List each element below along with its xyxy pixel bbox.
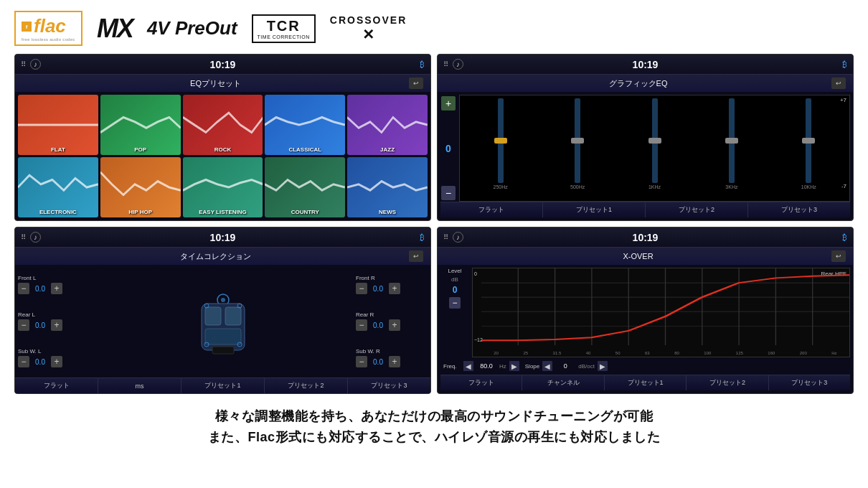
tc-flat[interactable]: フラット	[15, 378, 98, 393]
rock-label: ROCK	[214, 146, 232, 153]
sub-wr-minus[interactable]: −	[356, 356, 367, 367]
screens-area: ⠿ ♪ 10:19 ₿ EQプリセット ↩ FLAT POP	[0, 54, 868, 398]
eq-jazz-item[interactable]: JAZZ	[347, 95, 428, 155]
eq-plus-btn[interactable]: +	[441, 96, 456, 111]
tc-back-btn[interactable]: ↩	[409, 250, 423, 262]
eq-preset-screen: ⠿ ♪ 10:19 ₿ EQプリセット ↩ FLAT POP	[14, 54, 431, 221]
tc-content: Front L − 0.0 + Rear L − 0.0 +	[15, 265, 430, 393]
eq-freq-1k: 1KHz	[648, 184, 661, 189]
flac-subtext: free lossless audio codec	[22, 37, 75, 42]
hz-100: 100	[704, 351, 711, 355]
sub-wl-plus[interactable]: +	[51, 356, 62, 367]
tc-preset2[interactable]: プリセット2	[265, 378, 348, 393]
hz-31: 31.5	[553, 351, 562, 355]
eq-preset-topbar: ⠿ ♪ 10:19 ₿	[15, 55, 430, 75]
xover-preset2[interactable]: プリセット2	[687, 375, 768, 390]
rear-r-label: Rear R	[356, 311, 428, 318]
eq-bar-250hz[interactable]: 250Hz	[464, 98, 537, 189]
flat-label: FLAT	[51, 146, 65, 153]
slope-prev-btn[interactable]: ◀	[542, 361, 552, 371]
graphic-eq-title: グラフィックEQ	[445, 78, 831, 89]
eq-handle-500[interactable]	[571, 138, 584, 144]
xover-titlebar: X-OVER ↩	[438, 248, 853, 265]
rear-l-plus[interactable]: +	[51, 319, 62, 331]
eq-bar-3khz[interactable]: 3KHz	[695, 98, 768, 189]
graphic-eq-preset3[interactable]: プリセット3	[748, 202, 850, 217]
eq-handle-1k[interactable]	[648, 138, 661, 144]
freq-label-xover: Freq.	[443, 363, 461, 370]
eq-track-1k	[652, 98, 658, 183]
tc-title: タイムコレクション	[22, 251, 409, 262]
hz-125: 125	[736, 351, 743, 355]
freq-next-btn[interactable]: ▶	[509, 361, 519, 371]
graphic-eq-content: + 0 − +7 -7 250Hz	[438, 92, 853, 220]
eq-preset-back-btn[interactable]: ↩	[409, 78, 423, 89]
news-label: NEWS	[379, 209, 396, 215]
eq-freq-3k: 3KHz	[725, 184, 737, 189]
slope-next-btn[interactable]: ▶	[598, 361, 608, 371]
eq-country-item[interactable]: COUNTRY	[265, 157, 345, 217]
graphic-eq-titlebar: グラフィックEQ ↩	[438, 75, 853, 92]
bottom-line-2: また、Flac形式にも対応することで、ハイレゾ音源の再生にも対応しました	[14, 427, 854, 448]
graphic-eq-flat[interactable]: フラット	[440, 202, 543, 217]
eq-bar-1khz[interactable]: 1KHz	[618, 98, 691, 189]
eq-rock-item[interactable]: ROCK	[183, 95, 263, 155]
jazz-label: JAZZ	[380, 146, 395, 153]
eq-handle-250[interactable]	[494, 138, 507, 144]
xover-flat[interactable]: フラット	[440, 375, 522, 390]
xover-title: X-OVER	[445, 252, 831, 261]
level-value: 0	[453, 285, 458, 295]
bottom-text-area: 様々な調整機能を持ち、あなただけの最高のサウンドチューニングが可能 また、Fla…	[0, 398, 868, 456]
bt-icon-4: ₿	[842, 233, 847, 243]
graphic-eq-topbar: ⠿ ♪ 10:19 ₿	[438, 55, 853, 75]
eq-flat-item[interactable]: FLAT	[18, 95, 98, 155]
tc-time: 10:19	[210, 232, 236, 243]
front-l-plus[interactable]: +	[51, 283, 62, 294]
eq-handle-10k[interactable]	[802, 138, 815, 144]
eq-classical-item[interactable]: CLASSICAL	[265, 95, 345, 155]
bottom-line-1: 様々な調整機能を持ち、あなただけの最高のサウンドチューニングが可能	[14, 406, 854, 427]
xover-channel[interactable]: チャンネル	[522, 375, 604, 390]
front-r-label: Front R	[356, 275, 428, 281]
music-icon-4: ♪	[453, 232, 463, 243]
rear-r-plus[interactable]: +	[389, 319, 400, 331]
eq-bar-10khz[interactable]: 10KHz	[773, 98, 845, 189]
xover-preset3[interactable]: プリセット3	[769, 375, 850, 390]
sub-wr-plus[interactable]: +	[389, 356, 400, 367]
eq-electronic-item[interactable]: ELECTRONIC	[18, 157, 98, 217]
xover-preset1[interactable]: プリセット1	[605, 375, 687, 390]
front-r-minus[interactable]: −	[356, 283, 367, 294]
rear-l-minus[interactable]: −	[18, 319, 29, 331]
electronic-label: ELECTRONIC	[39, 209, 77, 215]
easy-label: EASY LISTENING	[199, 209, 247, 215]
freq-prev-btn[interactable]: ◀	[463, 361, 473, 371]
eq-bar-500hz[interactable]: 500Hz	[541, 98, 613, 189]
tc-preset3[interactable]: プリセット3	[348, 378, 430, 393]
level-minus-btn[interactable]: −	[449, 297, 461, 309]
hz-63: 63	[645, 351, 650, 355]
front-l-minus[interactable]: −	[18, 283, 29, 294]
eq-minus-btn[interactable]: −	[441, 186, 456, 200]
eq-news-item[interactable]: NEWS	[347, 157, 428, 217]
graphic-eq-back-btn[interactable]: ↩	[831, 78, 846, 89]
svg-rect-6	[225, 307, 241, 325]
graphic-eq-preset2[interactable]: プリセット2	[646, 202, 748, 217]
graphic-eq-preset1[interactable]: プリセット1	[543, 202, 646, 217]
tc-preset1[interactable]: プリセット1	[181, 378, 265, 393]
eq-easy-item[interactable]: EASY LISTENING	[183, 157, 263, 217]
sub-wl-minus[interactable]: −	[18, 356, 29, 367]
sub-wr-value: 0.0	[369, 358, 387, 366]
eq-handle-3k[interactable]	[725, 138, 738, 144]
sub-wl-label: Sub W. L	[18, 348, 90, 355]
music-icon-3: ♪	[30, 232, 41, 243]
rear-r-minus[interactable]: −	[356, 319, 367, 331]
graphic-eq-preset-bar: フラット プリセット1 プリセット2 プリセット3	[440, 202, 850, 217]
rear-l-value: 0.0	[32, 322, 49, 329]
music-icon: ♪	[30, 59, 41, 70]
front-r-plus[interactable]: +	[389, 283, 400, 294]
eq-pop-item[interactable]: POP	[100, 95, 181, 155]
hz-160: 160	[768, 351, 775, 355]
eq-hiphop-item[interactable]: HIP HOP	[100, 157, 181, 217]
pop-label: POP	[134, 146, 146, 153]
xover-back-btn[interactable]: ↩	[831, 250, 846, 262]
